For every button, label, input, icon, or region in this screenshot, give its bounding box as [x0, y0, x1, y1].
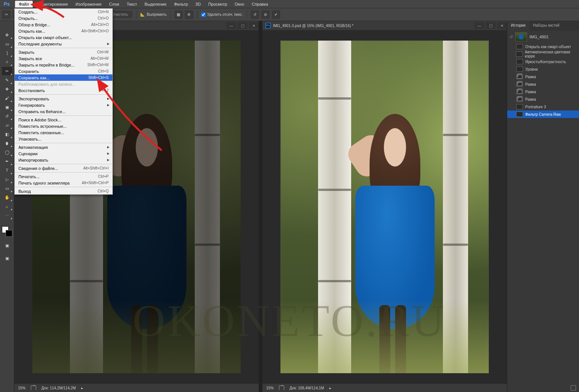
menu-item[interactable]: Сохранить как...Shift+Ctrl+S: [15, 74, 112, 81]
history-snapshot-row[interactable]: ↺ IMG_4901: [507, 31, 579, 43]
clone-stamp-tool[interactable]: ▣: [2, 103, 12, 111]
menu-item[interactable]: Обзор в Bridge...Alt+Ctrl+O: [15, 21, 112, 28]
menu-item[interactable]: Упаковать...: [15, 136, 112, 142]
dodge-tool[interactable]: ◯: [2, 148, 12, 156]
menu-item[interactable]: СохранитьCtrl+S: [15, 68, 112, 74]
share-icon[interactable]: [31, 386, 36, 390]
history-step[interactable]: Рамка: [507, 88, 579, 95]
menu-item[interactable]: Импортировать: [15, 157, 112, 163]
menu-item[interactable]: ЗакрытьCtrl+W: [15, 49, 112, 55]
menu-item[interactable]: ВыходCtrl+Q: [15, 188, 112, 194]
grid-overlay-icon[interactable]: ▦: [174, 11, 183, 19]
more-tools[interactable]: ⋯: [2, 211, 12, 219]
healing-brush-tool[interactable]: ✚: [2, 85, 12, 93]
path-selection-tool[interactable]: ▷: [2, 175, 12, 183]
menu-item[interactable]: Создать...Ctrl+N: [15, 9, 112, 15]
history-step[interactable]: Рамка: [507, 95, 579, 103]
menu-item[interactable]: Последние документы: [15, 41, 112, 47]
rectangle-tool[interactable]: ▭: [2, 184, 12, 192]
crop-options-icon[interactable]: ⚙: [185, 11, 193, 19]
maximize-button[interactable]: ▢: [238, 22, 247, 29]
menu-item-label: Упаковать...: [18, 137, 109, 141]
menu-item[interactable]: Печатать...Ctrl+P: [15, 173, 112, 180]
lasso-tool[interactable]: ⟆: [2, 49, 12, 57]
menu-просмотр[interactable]: Просмотр: [205, 1, 231, 8]
menu-item[interactable]: Открыть как смарт-объект...: [15, 34, 112, 41]
reset-crop-icon[interactable]: ↺: [251, 11, 259, 19]
menu-item[interactable]: Открыть...Ctrl+O: [15, 15, 112, 21]
history-step[interactable]: Фильтр Camera Raw: [507, 110, 579, 118]
maximize-button[interactable]: ▢: [486, 22, 496, 29]
menu-item[interactable]: Генерировать: [15, 102, 112, 108]
menu-item[interactable]: Печать одного экземпляраAlt+Shift+Ctrl+P: [15, 180, 112, 186]
doc-size: Док: 114,2M/114,2M: [41, 386, 76, 390]
chevron-right-icon[interactable]: ▸: [81, 386, 83, 390]
eyedropper-tool[interactable]: ✎: [2, 76, 12, 84]
color-swatches[interactable]: [2, 226, 12, 237]
close-button[interactable]: ✕: [497, 22, 507, 29]
screen-mode-icon[interactable]: ▣: [2, 254, 12, 262]
close-button[interactable]: ✕: [249, 22, 259, 29]
type-tool[interactable]: T: [2, 166, 12, 174]
move-tool[interactable]: ✥: [2, 31, 12, 39]
zoom-level[interactable]: 15%: [266, 386, 274, 390]
history-step[interactable]: Автоматическая цветовая корре: [507, 50, 579, 58]
brush-tool[interactable]: 🖌: [2, 94, 12, 102]
menu-окно[interactable]: Окно: [231, 1, 248, 8]
marquee-tool[interactable]: ▭: [2, 40, 12, 48]
minimize-button[interactable]: —: [226, 22, 236, 29]
eraser-tool[interactable]: ▱: [2, 121, 12, 129]
delete-cropped-checkbox[interactable]: Удалить отсеч. пикс.: [201, 12, 243, 17]
menu-item[interactable]: Сведения о файле...Alt+Shift+Ctrl+I: [15, 165, 112, 171]
menu-слои[interactable]: Слои: [105, 1, 123, 8]
blur-tool[interactable]: ⬮: [2, 139, 12, 147]
history-step[interactable]: Рамка: [507, 73, 579, 80]
pen-tool[interactable]: ✒: [2, 157, 12, 165]
magic-wand-tool[interactable]: ✧: [2, 58, 12, 66]
tab-history[interactable]: История: [507, 21, 529, 31]
history-step[interactable]: Рамка: [507, 80, 579, 88]
menu-выделение[interactable]: Выделение: [141, 1, 170, 8]
menu-item[interactable]: Автоматизация: [15, 144, 112, 150]
straighten-icon[interactable]: 📐: [140, 12, 145, 17]
menu-item[interactable]: Поместить встроенные...: [15, 123, 112, 129]
menu-item[interactable]: Сценарии: [15, 150, 112, 157]
menu-item[interactable]: Поместить связанные...: [15, 129, 112, 136]
zoom-tool[interactable]: ⌕: [2, 202, 12, 210]
crop-tool[interactable]: ✂: [2, 67, 12, 75]
menu-item[interactable]: ВосстановитьF12: [15, 87, 112, 94]
menu-item-label: Создать...: [18, 10, 98, 14]
history-brush-tool[interactable]: ↺: [2, 112, 12, 120]
history-step[interactable]: Portraiture 3: [507, 103, 579, 110]
menu-item-shortcut: Ctrl+N: [98, 10, 109, 14]
menu-редактирование[interactable]: Редактирование: [33, 1, 72, 8]
trash-icon[interactable]: [571, 385, 576, 390]
menu-3d[interactable]: 3D: [192, 1, 205, 8]
commit-crop-icon[interactable]: ✔: [272, 11, 280, 19]
gradient-tool[interactable]: ◧: [2, 130, 12, 138]
quick-mask-icon[interactable]: ▣: [2, 241, 12, 250]
menu-item[interactable]: Отправить на Behance...: [15, 108, 112, 115]
menu-item[interactable]: Открыть как...Alt+Shift+Ctrl+O: [15, 28, 112, 34]
menu-справка[interactable]: Справка: [248, 1, 272, 8]
canvas[interactable]: [262, 30, 507, 384]
share-icon[interactable]: [279, 386, 284, 390]
menu-фильтр[interactable]: Фильтр: [170, 1, 192, 8]
menu-текст[interactable]: Текст: [123, 1, 141, 8]
menu-item[interactable]: Закрыть всеAlt+Ctrl+W: [15, 55, 112, 62]
cancel-crop-icon[interactable]: ⊘: [261, 11, 270, 19]
tab-brush-sets[interactable]: Наборы кистей: [529, 21, 563, 31]
zoom-level[interactable]: 15%: [18, 386, 26, 390]
history-step[interactable]: Яркость/Контрастность: [507, 58, 579, 65]
crop-tool-icon[interactable]: ✂: [2, 11, 11, 19]
history-step[interactable]: Уровни: [507, 65, 579, 73]
chevron-right-icon[interactable]: ▸: [329, 386, 331, 390]
hand-tool[interactable]: ✋: [2, 193, 12, 201]
menu-item[interactable]: Поиск в Adobe Stock...: [15, 117, 112, 123]
menu-изображение[interactable]: Изображение: [72, 1, 105, 8]
history-step[interactable]: Открыть как смарт-объект: [507, 43, 579, 50]
minimize-button[interactable]: —: [474, 22, 484, 29]
menu-item[interactable]: Закрыть и перейти в Bridge...Shift+Ctrl+…: [15, 62, 112, 68]
menu-файл[interactable]: Файл: [15, 1, 33, 8]
menu-item[interactable]: Экспортировать: [15, 95, 112, 102]
